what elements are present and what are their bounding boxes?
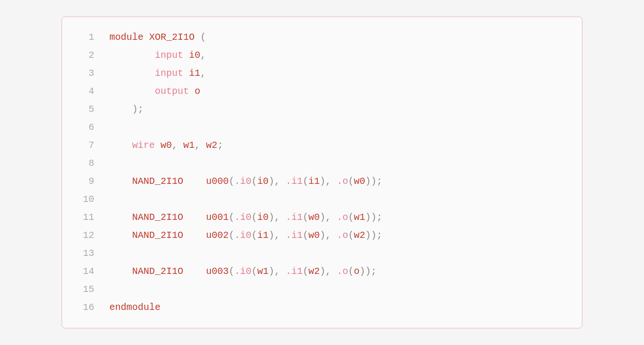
line-number: 11 [77, 209, 94, 227]
token-punct: , [195, 140, 206, 151]
line-number: 3 [77, 64, 94, 82]
token-punct: ( [251, 212, 257, 223]
code-line: 14 NAND_2I1O u003(.i0(w1), .i1(w2), .o(o… [77, 263, 567, 281]
code-content: NAND_2I1O u000(.i0(i0), .i1(i1), .o(w0))… [109, 172, 382, 191]
token-punct: ( [303, 266, 308, 277]
token-punct: ( [229, 176, 234, 187]
code-content: module XOR_2I1O ( [109, 28, 206, 46]
code-content: endmodule [109, 299, 161, 317]
code-content: output o [109, 82, 200, 100]
token-port-name: .i0 [234, 212, 251, 223]
token-plain [183, 266, 206, 277]
code-content: NAND_2I1O u001(.i0(i0), .i1(w0), .o(w1))… [109, 209, 382, 227]
line-number: 13 [77, 245, 94, 263]
token-plain [183, 176, 206, 187]
token-plain [109, 68, 155, 79]
code-line: 1module XOR_2I1O ( [77, 28, 567, 46]
token-signal: w0 [354, 176, 365, 187]
token-port-name: .o [337, 176, 348, 187]
token-kw-output: output [155, 86, 189, 97]
line-number: 15 [77, 281, 94, 299]
line-number: 12 [77, 227, 94, 245]
token-plain [155, 140, 161, 151]
code-line: 7 wire w0, w1, w2; [77, 136, 567, 154]
line-number: 5 [77, 100, 94, 118]
code-content [109, 118, 115, 136]
token-punct: , [172, 140, 183, 151]
token-identifier: NAND_2I1O [132, 266, 183, 277]
token-signal: i0 [257, 212, 268, 223]
line-number: 10 [77, 191, 94, 209]
token-port-name: .i0 [234, 176, 251, 187]
token-signal: w1 [183, 140, 195, 151]
line-number: 4 [77, 82, 94, 100]
code-content: NAND_2I1O u002(.i0(i1), .i1(w0), .o(w2))… [109, 227, 382, 245]
token-plain [109, 86, 155, 97]
token-punct: ( [229, 230, 234, 241]
token-signal: o [195, 86, 200, 97]
token-port-name: .o [337, 212, 348, 223]
code-line: 3 input i1, [77, 64, 567, 82]
code-content: NAND_2I1O u003(.i0(w1), .i1(w2), .o(o)); [109, 263, 376, 281]
token-signal: w1 [257, 266, 268, 277]
code-content: wire w0, w1, w2; [109, 136, 223, 154]
token-plain [109, 230, 132, 241]
token-signal: i1 [189, 68, 200, 79]
token-signal: w2 [354, 230, 365, 241]
token-identifier: u003 [206, 266, 229, 277]
token-punct: , [200, 68, 206, 79]
code-line: 5 ); [77, 100, 567, 118]
token-plain [109, 176, 132, 187]
token-punct: ), [320, 176, 337, 187]
token-identifier: XOR_2I1O [149, 32, 195, 43]
token-punct: ( [348, 230, 354, 241]
token-signal: w0 [161, 140, 172, 151]
token-punct: ( [303, 212, 308, 223]
token-punct: ( [303, 230, 308, 241]
token-identifier: u002 [206, 230, 229, 241]
token-punct: ( [348, 212, 354, 223]
token-identifier: NAND_2I1O [132, 176, 183, 187]
token-punct: ), [320, 212, 337, 223]
token-signal: o [354, 266, 359, 277]
token-plain [183, 212, 206, 223]
code-content [109, 191, 115, 209]
token-punct: ), [320, 266, 337, 277]
line-number: 8 [77, 154, 94, 172]
line-number: 2 [77, 46, 94, 64]
token-punct: ); [132, 104, 143, 115]
token-signal: i1 [308, 176, 320, 187]
token-signal: w1 [354, 212, 365, 223]
token-identifier: NAND_2I1O [132, 230, 183, 241]
token-plain [109, 50, 155, 61]
code-content [109, 154, 115, 172]
token-identifier: NAND_2I1O [132, 212, 183, 223]
code-line: 6 [77, 118, 567, 136]
token-punct: ( [303, 176, 308, 187]
line-number: 6 [77, 118, 94, 136]
token-punct: ( [229, 212, 234, 223]
line-number: 1 [77, 28, 94, 46]
code-line: 12 NAND_2I1O u002(.i0(i1), .i1(w0), .o(w… [77, 227, 567, 245]
token-plain [183, 230, 206, 241]
token-port-name: .i0 [234, 230, 251, 241]
code-line: 15 [77, 281, 567, 299]
token-punct: ), [268, 176, 286, 187]
token-identifier: u001 [206, 212, 229, 223]
token-signal: i0 [189, 50, 200, 61]
token-punct: ; [217, 140, 223, 151]
code-editor: 1module XOR_2I1O (2 input i0,3 input i1,… [62, 17, 582, 328]
token-signal: w2 [206, 140, 217, 151]
token-port-name: .i1 [286, 230, 303, 241]
token-punct: )); [365, 230, 382, 241]
token-punct: )); [365, 176, 382, 187]
code-line: 2 input i0, [77, 46, 567, 64]
line-number: 9 [77, 172, 94, 191]
token-port-name: .i1 [286, 176, 303, 187]
code-line: 10 [77, 191, 567, 209]
token-kw-input: input [155, 50, 183, 61]
token-plain [109, 266, 132, 277]
token-punct: )); [359, 266, 376, 277]
token-plain [183, 50, 189, 61]
code-line: 4 output o [77, 82, 567, 100]
